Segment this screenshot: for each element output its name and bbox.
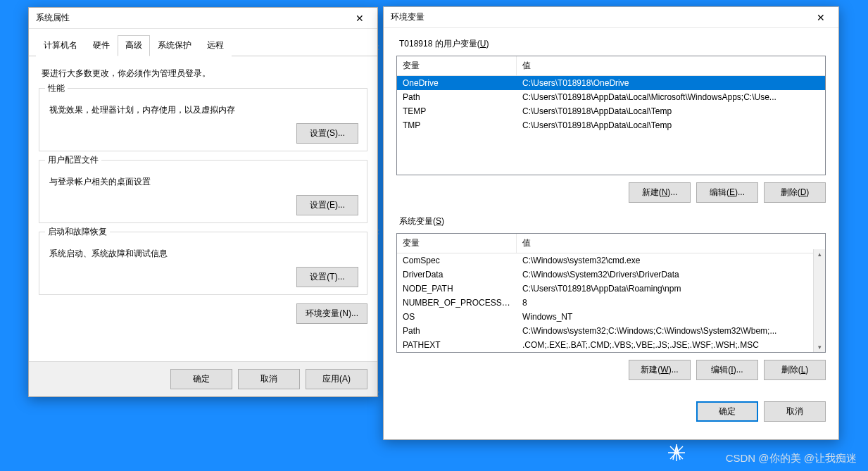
- system-properties-dialog: 系统属性 ✕ 计算机名 硬件 高级 系统保护 远程 要进行大多数更改，你必须作为…: [28, 7, 378, 397]
- apply-button[interactable]: 应用(A): [306, 369, 367, 389]
- group-legend: 用户配置文件: [45, 154, 101, 166]
- col-header-value[interactable]: 值: [517, 234, 825, 253]
- var-name-cell: OS: [397, 310, 517, 323]
- var-value-cell: C:\Windows\system32;C:\Windows;C:\Window…: [517, 325, 825, 337]
- tab-hardware[interactable]: 硬件: [85, 35, 118, 56]
- table-row[interactable]: NUMBER_OF_PROCESSORS8: [397, 296, 825, 310]
- edit-user-var-button[interactable]: 编辑(E)...: [696, 182, 758, 203]
- new-user-var-button[interactable]: 新建(N)...: [629, 182, 691, 203]
- list-header[interactable]: 变量 值: [397, 234, 825, 253]
- scrollbar[interactable]: ▴▾: [813, 249, 825, 352]
- var-value-cell: C:\Users\T018918\AppData\Roaming\npm: [517, 282, 825, 295]
- var-value-cell: C:\Users\T018918\AppData\Local\Temp: [517, 105, 825, 118]
- edit-sys-var-button[interactable]: 编辑(I)...: [696, 360, 758, 380]
- tab-remote[interactable]: 远程: [199, 35, 232, 56]
- var-value-cell: C:\Windows\System32\Drivers\DriverData: [517, 268, 825, 281]
- var-name-cell: NUMBER_OF_PROCESSORS: [397, 296, 517, 309]
- tab-system-protection[interactable]: 系统保护: [150, 35, 199, 56]
- dialog-button-row: 确定 取消 应用(A): [29, 361, 377, 396]
- window-title: 环境变量: [391, 11, 424, 23]
- ok-button[interactable]: 确定: [696, 401, 758, 422]
- environment-variables-dialog: 环境变量 ✕ T018918 的用户变量(U) 变量 值 OneDriveC:\…: [383, 6, 839, 440]
- delete-user-var-button[interactable]: 删除(D): [764, 182, 826, 203]
- performance-group: 性能 视觉效果，处理器计划，内存使用，以及虚拟内存 设置(S)...: [39, 88, 367, 151]
- watermark-blog: CSDN @你的美 @让我痴迷: [726, 452, 857, 465]
- group-legend: 启动和故障恢复: [45, 226, 110, 238]
- table-row[interactable]: DriverDataC:\Windows\System32\Drivers\Dr…: [397, 268, 825, 282]
- var-name-cell: TMP: [397, 119, 517, 132]
- user-variables-list[interactable]: 变量 值 OneDriveC:\Users\T018918\OneDrivePa…: [396, 56, 826, 175]
- var-name-cell: TEMP: [397, 105, 517, 118]
- var-name-cell: Path: [397, 325, 517, 337]
- col-header-variable[interactable]: 变量: [397, 56, 517, 75]
- list-header[interactable]: 变量 值: [397, 56, 825, 76]
- var-name-cell: Path: [397, 91, 517, 103]
- titlebar[interactable]: 系统属性 ✕: [29, 8, 377, 29]
- user-profile-group: 用户配置文件 与登录帐户相关的桌面设置 设置(E)...: [39, 160, 367, 223]
- tab-strip: 计算机名 硬件 高级 系统保护 远程: [29, 29, 377, 56]
- table-row[interactable]: PathC:\Users\T018918\AppData\Local\Micro…: [397, 90, 825, 104]
- var-value-cell: 8: [517, 296, 825, 309]
- tab-computer-name[interactable]: 计算机名: [36, 35, 85, 56]
- star-icon: [668, 444, 685, 461]
- new-sys-var-button[interactable]: 新建(W)...: [629, 360, 691, 380]
- profile-settings-button[interactable]: 设置(E)...: [296, 195, 358, 215]
- var-value-cell: .COM;.EXE;.BAT;.CMD;.VBS;.VBE;.JS;.JSE;.…: [517, 339, 825, 351]
- titlebar[interactable]: 环境变量 ✕: [384, 7, 838, 28]
- window-title: 系统属性: [36, 12, 70, 24]
- var-value-cell: C:\Windows\system32\cmd.exe: [517, 254, 825, 267]
- table-row[interactable]: NODE_PATHC:\Users\T018918\AppData\Roamin…: [397, 282, 825, 296]
- var-name-cell: NODE_PATH: [397, 282, 517, 295]
- table-row[interactable]: OneDriveC:\Users\T018918\OneDrive: [397, 76, 825, 90]
- cancel-button[interactable]: 取消: [238, 369, 300, 389]
- var-value-cell: Windows_NT: [517, 310, 825, 323]
- table-row[interactable]: TEMPC:\Users\T018918\AppData\Local\Temp: [397, 104, 825, 118]
- table-row[interactable]: ComSpecC:\Windows\system32\cmd.exe: [397, 253, 825, 268]
- group-legend: 性能: [45, 82, 68, 94]
- close-icon[interactable]: ✕: [810, 11, 831, 25]
- environment-variables-button[interactable]: 环境变量(N)...: [296, 303, 367, 324]
- table-row[interactable]: PATHEXT.COM;.EXE;.BAT;.CMD;.VBS;.VBE;.JS…: [397, 338, 825, 352]
- col-header-value[interactable]: 值: [517, 56, 825, 75]
- var-value-cell: C:\Users\T018918\OneDrive: [517, 77, 825, 89]
- group-desc: 系统启动、系统故障和调试信息: [49, 248, 357, 260]
- var-name-cell: PATHEXT: [397, 339, 517, 351]
- table-row[interactable]: TMPC:\Users\T018918\AppData\Local\Temp: [397, 118, 825, 132]
- ok-button[interactable]: 确定: [170, 369, 232, 389]
- var-name-cell: OneDrive: [397, 77, 517, 89]
- cancel-button[interactable]: 取消: [764, 401, 826, 422]
- group-desc: 与登录帐户相关的桌面设置: [49, 176, 357, 188]
- system-variables-list[interactable]: 变量 值 ComSpecC:\Windows\system32\cmd.exeD…: [396, 233, 826, 353]
- var-name-cell: ComSpec: [397, 254, 517, 267]
- tab-advanced[interactable]: 高级: [118, 35, 150, 56]
- table-row[interactable]: OSWindows_NT: [397, 310, 825, 324]
- dialog-button-row: 确定 取消: [384, 393, 838, 433]
- user-vars-label: T018918 的用户变量(U): [399, 38, 826, 50]
- startup-recovery-group: 启动和故障恢复 系统启动、系统故障和调试信息 设置(T)...: [39, 232, 367, 295]
- col-header-variable[interactable]: 变量: [397, 234, 517, 253]
- startup-settings-button[interactable]: 设置(T)...: [296, 267, 358, 287]
- delete-sys-var-button[interactable]: 删除(L): [764, 360, 826, 380]
- close-icon[interactable]: ✕: [349, 11, 370, 25]
- table-row[interactable]: PROCESSOR_ARCHITECTUREAMD64: [397, 352, 825, 353]
- performance-settings-button[interactable]: 设置(S)...: [296, 123, 358, 144]
- group-desc: 视觉效果，处理器计划，内存使用，以及虚拟内存: [49, 104, 357, 116]
- admin-note: 要进行大多数更改，你必须作为管理员登录。: [42, 68, 365, 80]
- var-value-cell: C:\Users\T018918\AppData\Local\Microsoft…: [517, 91, 825, 103]
- system-vars-label: 系统变量(S): [399, 215, 826, 227]
- table-row[interactable]: PathC:\Windows\system32;C:\Windows;C:\Wi…: [397, 324, 825, 338]
- var-value-cell: C:\Users\T018918\AppData\Local\Temp: [517, 119, 825, 132]
- var-name-cell: DriverData: [397, 268, 517, 281]
